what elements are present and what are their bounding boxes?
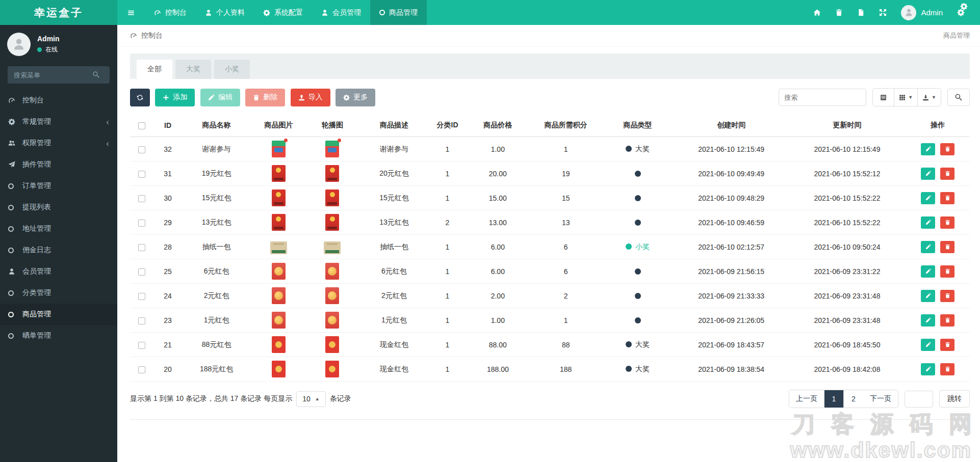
product-image[interactable] — [272, 361, 286, 377]
product-image[interactable] — [272, 214, 286, 231]
carousel-image[interactable] — [325, 312, 339, 329]
page-size-select[interactable]: 10 ▲ — [296, 391, 326, 407]
delete-button[interactable]: 删除 — [245, 89, 285, 106]
carousel-image[interactable] — [324, 241, 341, 254]
sidebar-item[interactable]: 订单管理 — [0, 175, 117, 197]
table-row[interactable]: 25 6元红包 6元红包 1 6.00 6 2021-06-09 21:56:1… — [130, 259, 970, 284]
column-header[interactable]: 商品价格 — [465, 114, 530, 137]
row-checkbox[interactable] — [138, 195, 145, 202]
product-image[interactable] — [270, 241, 287, 254]
sidebar-item[interactable]: 商品管理 — [0, 304, 117, 325]
row-checkbox[interactable] — [138, 146, 145, 153]
tab[interactable]: 全部 — [137, 60, 172, 79]
navbar-item[interactable]: 商品管理 — [370, 0, 427, 25]
sidebar-item[interactable]: 提现列表 — [0, 197, 117, 218]
row-edit-button[interactable] — [921, 168, 935, 180]
row-delete-button[interactable] — [940, 363, 955, 375]
sidebar-item[interactable]: 权限管理‹ — [0, 132, 117, 154]
row-edit-button[interactable] — [921, 143, 935, 155]
tab[interactable]: 小奖 — [214, 60, 250, 79]
page-button[interactable]: 1 — [824, 390, 844, 407]
product-image[interactable] — [272, 189, 286, 206]
table-row[interactable]: 21 88元红包 现金红包 1 88.00 88 大奖 2021-06-09 1… — [130, 333, 970, 357]
import-button[interactable]: 导入 — [291, 89, 330, 106]
columns-button[interactable]: ▼ — [894, 89, 918, 106]
row-edit-button[interactable] — [921, 314, 935, 327]
breadcrumb-left[interactable]: 控制台 — [130, 31, 163, 40]
carousel-image[interactable] — [325, 189, 339, 206]
prev-page-button[interactable]: 上一页 — [789, 390, 824, 407]
carousel-image[interactable] — [325, 336, 339, 353]
edit-button[interactable]: 编辑 — [200, 89, 240, 106]
row-delete-button[interactable] — [940, 290, 955, 302]
column-header[interactable]: 分类ID — [430, 114, 465, 137]
table-row[interactable]: 23 1元红包 1元红包 1 1.00 1 2021-06-09 21:26:0… — [130, 308, 970, 333]
carousel-image[interactable] — [325, 165, 339, 182]
sidebar-item[interactable]: 分类管理 — [0, 282, 117, 304]
row-checkbox[interactable] — [138, 220, 145, 227]
column-header[interactable]: 轮播图 — [306, 114, 358, 137]
row-checkbox[interactable] — [138, 244, 145, 251]
product-image[interactable] — [272, 312, 286, 329]
file-icon[interactable] — [850, 9, 872, 16]
sidebar-item[interactable]: 控制台 — [0, 90, 117, 111]
row-delete-button[interactable] — [940, 241, 955, 253]
sidebar-item[interactable]: 插件管理 — [0, 154, 117, 175]
more-button[interactable]: 更多 — [336, 89, 375, 106]
product-image[interactable] — [272, 287, 286, 304]
row-edit-button[interactable] — [921, 265, 935, 278]
fullscreen-icon[interactable] — [872, 9, 894, 16]
next-page-button[interactable]: 下一页 — [863, 390, 898, 407]
row-delete-button[interactable] — [940, 192, 955, 204]
jump-page-input[interactable] — [905, 391, 933, 407]
column-header[interactable]: 商品所需积分 — [531, 114, 601, 137]
column-header[interactable]: 更新时间 — [788, 114, 906, 137]
product-image[interactable] — [272, 336, 286, 353]
navbar-item[interactable]: 会员管理 — [312, 0, 370, 25]
sidebar-item[interactable]: 地址管理 — [0, 218, 117, 239]
product-image[interactable] — [272, 165, 286, 182]
table-row[interactable]: 29 13元红包 13元红包 2 13.00 13 2021-06-10 09:… — [130, 210, 970, 235]
page-button[interactable]: 2 — [844, 390, 863, 407]
product-image[interactable] — [272, 263, 286, 280]
navbar-item[interactable]: 控制台 — [145, 0, 196, 25]
row-delete-button[interactable] — [940, 216, 955, 229]
column-header[interactable]: ID — [153, 114, 182, 137]
column-header[interactable]: 商品图片 — [251, 114, 306, 137]
row-delete-button[interactable] — [940, 265, 955, 278]
column-header[interactable]: 操作 — [906, 114, 970, 137]
tab[interactable]: 大奖 — [175, 60, 211, 79]
carousel-image[interactable] — [325, 141, 339, 157]
jump-button[interactable]: 跳转 — [939, 390, 970, 407]
home-icon[interactable] — [806, 9, 828, 16]
export-button[interactable]: ▼ — [918, 89, 941, 106]
navbar-item[interactable]: 个人资料 — [196, 0, 254, 25]
sidebar-toggle-icon[interactable] — [117, 0, 145, 25]
row-checkbox[interactable] — [138, 317, 145, 324]
table-row[interactable]: 31 19元红包 20元红包 1 20.00 19 2021-06-10 09:… — [130, 161, 970, 186]
row-checkbox[interactable] — [138, 293, 145, 300]
detail-view-button[interactable] — [873, 89, 894, 106]
column-header[interactable]: 商品名称 — [182, 114, 251, 137]
row-edit-button[interactable] — [921, 290, 935, 302]
trash-icon[interactable] — [828, 9, 850, 16]
gears-icon[interactable] — [950, 9, 972, 16]
row-checkbox[interactable] — [138, 366, 145, 373]
add-button[interactable]: 添加 — [155, 89, 195, 106]
sidebar-item[interactable]: 常规管理‹ — [0, 111, 117, 132]
column-header[interactable]: 创建时间 — [674, 114, 788, 137]
row-checkbox[interactable] — [138, 268, 145, 276]
table-row[interactable]: 28 抽纸一包 抽纸一包 1 6.00 6 小奖 2021-06-10 02:1… — [130, 235, 970, 259]
table-row[interactable]: 20 188元红包 现金红包 1 188.00 188 大奖 2021-06-0… — [130, 357, 970, 382]
sidebar-item[interactable]: 晒单管理 — [0, 325, 117, 346]
search-button[interactable] — [947, 89, 970, 106]
sidebar-item[interactable]: 会员管理 — [0, 261, 117, 282]
row-delete-button[interactable] — [940, 168, 955, 180]
column-header[interactable]: 商品描述 — [358, 114, 430, 137]
carousel-image[interactable] — [325, 361, 339, 377]
navbar-item[interactable]: 系统配置 — [254, 0, 312, 25]
row-edit-button[interactable] — [921, 339, 935, 351]
user-menu[interactable]: Admin — [894, 5, 950, 20]
column-header[interactable]: 商品类型 — [601, 114, 674, 137]
table-search-input[interactable] — [779, 89, 866, 106]
